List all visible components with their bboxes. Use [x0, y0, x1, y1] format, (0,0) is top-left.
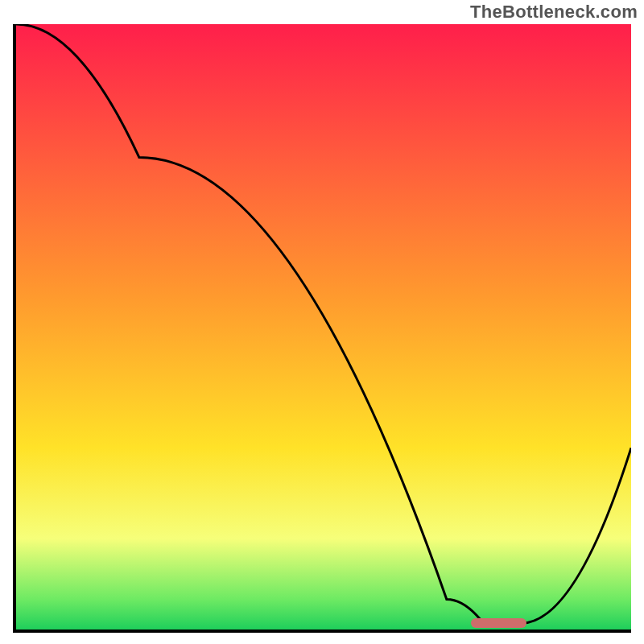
watermark-text: TheBottleneck.com	[470, 2, 638, 23]
bottleneck-chart: TheBottleneck.com	[0, 0, 644, 644]
curve-path	[16, 24, 631, 623]
bottleneck-curve	[16, 24, 631, 630]
plot-area	[13, 24, 631, 633]
optimum-marker	[471, 618, 526, 628]
